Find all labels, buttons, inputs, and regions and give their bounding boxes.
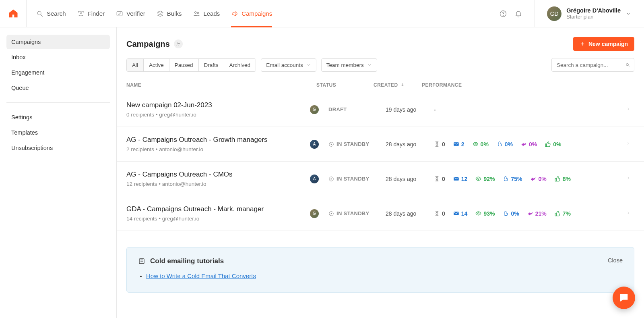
chevron-down-icon: [625, 11, 631, 17]
search-input[interactable]: [556, 62, 625, 69]
campaign-created: 28 days ago: [386, 176, 434, 182]
sidebar-item-settings[interactable]: Settings: [6, 110, 110, 125]
campaign-title: New campaign 02-Jun-2023: [126, 101, 310, 109]
search-icon: [625, 62, 630, 68]
campaign-status: IN STANDBY: [328, 176, 386, 182]
metric-reply: 0%: [521, 141, 537, 148]
sidebar-item-templates[interactable]: Templates: [6, 125, 110, 140]
team-badge-icon[interactable]: [174, 39, 183, 48]
metric-open: 93%: [475, 210, 495, 217]
user-name: Grégoire D'Aboville: [566, 7, 621, 14]
campaign-created: 19 days ago: [386, 106, 434, 113]
standby-icon: [328, 211, 334, 216]
col-name: NAME: [126, 82, 316, 88]
nav-search[interactable]: Search: [36, 0, 66, 27]
table-header: NAME STATUS CREATED PERFORMANCE: [117, 79, 644, 92]
tutorials-close[interactable]: Close: [608, 257, 623, 264]
seg-all[interactable]: All: [127, 59, 144, 71]
divider: [535, 0, 535, 27]
nav-campaigns[interactable]: Campaigns: [231, 0, 272, 27]
table-row[interactable]: AG - Campaigns Outreach - CMOs12 recipie…: [117, 161, 644, 196]
seg-archived[interactable]: Archived: [224, 59, 256, 71]
search-box[interactable]: [551, 58, 634, 72]
campaign-status: IN STANDBY: [328, 210, 386, 216]
avatar: GD: [547, 6, 561, 21]
table-row[interactable]: AG - Campaigns Outreach - Growth manager…: [117, 127, 644, 161]
campaign-performance: -: [434, 106, 626, 113]
dd-label: Team members: [326, 62, 364, 68]
chevron-right-icon: [626, 210, 634, 217]
nav-leads[interactable]: Leads: [193, 0, 220, 27]
sidebar-item-inbox[interactable]: Inbox: [6, 50, 110, 64]
seg-active[interactable]: Active: [144, 59, 169, 71]
seg-drafts[interactable]: Drafts: [199, 59, 224, 71]
no-perf: -: [434, 106, 436, 113]
filters: All Active Paused Drafts Archived Email …: [117, 58, 644, 79]
nav-verifier[interactable]: Verifier: [116, 0, 145, 27]
table-row[interactable]: New campaign 02-Jun-20230 recipients • g…: [117, 92, 644, 127]
svg-point-5: [197, 12, 199, 13]
col-created[interactable]: CREATED: [374, 82, 422, 88]
metric-reply: 21%: [527, 210, 547, 217]
divider: [6, 102, 110, 103]
tutorials-panel: Cold emailing tutorials Close How to Wri…: [126, 247, 634, 293]
campaign-created: 28 days ago: [386, 141, 434, 148]
sidebar-item-campaigns[interactable]: Campaigns: [6, 35, 110, 49]
sidebar-item-engagement[interactable]: Engagement: [6, 65, 110, 80]
tutorial-link-item: How to Write a Cold Email That Converts: [146, 272, 623, 279]
col-status: STATUS: [316, 82, 374, 88]
sort-desc-icon: [400, 82, 405, 88]
nav-label: Search: [47, 10, 66, 17]
metric-positive: 7%: [555, 210, 571, 217]
metric-queue: 0: [434, 176, 445, 182]
campaign-title: AG - Campaigns Outreach - Growth manager…: [126, 136, 310, 144]
help-icon[interactable]: [499, 10, 507, 18]
tutorial-link[interactable]: How to Write a Cold Email That Converts: [146, 272, 256, 279]
owner-avatar: G: [310, 209, 319, 218]
nav-finder[interactable]: Finder: [77, 0, 105, 27]
campaign-status: DRAFT: [328, 106, 386, 112]
owner-avatar: A: [310, 175, 319, 183]
campaign-subtitle: 12 recipients • antonio@hunter.io: [126, 181, 310, 187]
campaign-subtitle: 0 recipients • greg@hunter.io: [126, 112, 310, 118]
status-filter-segment: All Active Paused Drafts Archived: [126, 58, 256, 72]
logo[interactable]: [0, 0, 27, 27]
campaign-performance: 020%0%0%0%: [434, 141, 626, 148]
metric-open: 0%: [473, 141, 489, 148]
nav-label: Leads: [203, 10, 220, 17]
chat-fab[interactable]: [613, 287, 635, 309]
user-menu[interactable]: GD Grégoire D'Aboville Starter plan: [544, 6, 634, 21]
nav-label: Finder: [88, 10, 105, 17]
bell-icon[interactable]: [514, 10, 522, 18]
svg-point-7: [503, 15, 504, 15]
user-plan: Starter plan: [566, 14, 621, 20]
chevron-right-icon: [626, 175, 634, 182]
campaign-performance: 01292%75%0%8%: [434, 176, 626, 182]
table-row[interactable]: GDA - Campaigns Outreach - Mark. manager…: [117, 196, 644, 231]
nav-bulks[interactable]: Bulks: [157, 0, 182, 27]
campaign-title: AG - Campaigns Outreach - CMOs: [126, 170, 310, 179]
chevron-right-icon: [626, 106, 634, 113]
owner-avatar: G: [310, 105, 319, 114]
tutorials-heading: Cold emailing tutorials: [138, 257, 623, 265]
svg-point-8: [177, 43, 178, 44]
metric-click: 0%: [503, 210, 519, 217]
chevron-right-icon: [626, 141, 634, 148]
campaign-subtitle: 2 recipients • antonio@hunter.io: [126, 146, 310, 152]
seg-paused[interactable]: Paused: [169, 59, 199, 71]
svg-point-2: [80, 11, 82, 13]
metric-sent: 14: [453, 210, 468, 217]
topbar: Search Finder Verifier Bulks Leads Campa…: [0, 0, 644, 27]
svg-point-12: [626, 63, 629, 66]
team-members-dropdown[interactable]: Team members: [321, 58, 377, 72]
sidebar-item-unsubscriptions[interactable]: Unsubscriptions: [6, 141, 110, 155]
metric-reply: 0%: [530, 176, 546, 182]
standby-icon: [328, 176, 334, 182]
campaign-subtitle: 14 recipients • greg@hunter.io: [126, 216, 310, 222]
svg-point-4: [195, 11, 197, 13]
new-campaign-button[interactable]: New campaign: [573, 37, 634, 51]
sidebar-item-queue[interactable]: Queue: [6, 81, 110, 95]
sidebar: Campaigns Inbox Engagement Queue Setting…: [0, 27, 117, 318]
button-label: New campaign: [588, 41, 628, 47]
email-accounts-dropdown[interactable]: Email accounts: [261, 58, 316, 72]
